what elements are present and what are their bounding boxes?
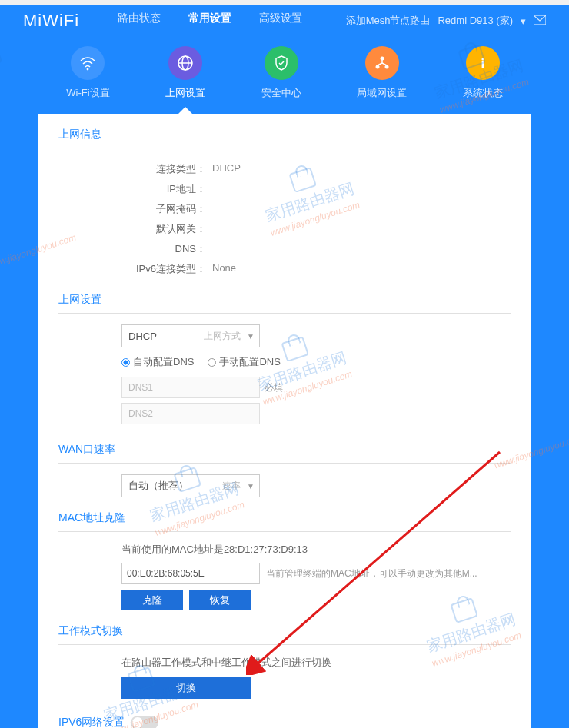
label-dns: DNS： (58, 242, 212, 256)
top-nav: 路由状态 常用设置 高级设置 (118, 12, 302, 30)
section-internet-settings: 上网设置 (58, 293, 511, 314)
section-internet-info: 上网信息 (58, 128, 511, 148)
current-mac-text: 当前使用的MAC地址是28:D1:27:73:D9:13 (121, 543, 511, 557)
info-icon (466, 46, 500, 80)
nav-common-settings[interactable]: 常用设置 (188, 12, 231, 30)
mac-note: 当前管理终端的MAC地址，可以手动更改为其他M... (266, 567, 477, 580)
restore-button[interactable]: 恢复 (189, 590, 251, 610)
nav-add-mesh[interactable]: 添加Mesh节点路由 (346, 14, 431, 28)
radio-auto-dns[interactable]: 自动配置DNS (121, 355, 194, 369)
label-ipv6-type: IPv6连接类型： (58, 262, 212, 276)
svg-point-5 (380, 57, 384, 61)
svg-point-1 (87, 68, 89, 71)
tab-lan[interactable]: 局域网设置 (357, 46, 407, 100)
settings-tabs: Wi-Fi设置 上网设置 安全中心 局域网设置 系统状态 (0, 32, 569, 100)
mail-icon[interactable] (534, 15, 546, 27)
tab-security[interactable]: 安全中心 (261, 46, 301, 100)
label-conn-type: 连接类型： (58, 162, 212, 176)
dropdown-icon[interactable]: ▾ (521, 15, 526, 27)
ipv6-toggle[interactable] (131, 716, 158, 728)
tab-internet[interactable]: 上网设置 (165, 46, 205, 100)
section-ipv6: IPV6网络设置 (58, 716, 511, 728)
tab-system[interactable]: 系统状态 (463, 46, 503, 100)
dns2-input[interactable]: DNS2 (121, 403, 260, 424)
mac-address-input[interactable] (121, 563, 260, 584)
chevron-down-icon: ▼ (247, 332, 255, 341)
svg-point-6 (375, 65, 379, 69)
clone-button[interactable]: 克隆 (121, 590, 183, 610)
radio-manual-dns[interactable]: 手动配置DNS (208, 355, 280, 369)
work-mode-desc: 在路由器工作模式和中继工作模式之间进行切换 (121, 656, 511, 670)
shield-icon (265, 46, 298, 80)
network-icon (365, 46, 399, 80)
svg-rect-9 (481, 61, 484, 68)
wifi-icon (71, 46, 105, 80)
value-ipv6-type: None (212, 262, 236, 276)
section-wan-speed: WAN口速率 (58, 443, 511, 464)
logo: MiWiFi (23, 11, 79, 31)
section-mac-clone: MAC地址克隆 (58, 511, 511, 532)
connection-method-select[interactable]: DHCP 上网方式 ▼ (121, 324, 260, 347)
tab-wifi[interactable]: Wi-Fi设置 (66, 46, 109, 100)
nav-advanced-settings[interactable]: 高级设置 (259, 12, 302, 30)
svg-point-8 (481, 58, 484, 60)
header: MiWiFi 路由状态 常用设置 高级设置 添加Mesh节点路由 Redmi D… (0, 5, 569, 32)
dns1-input[interactable]: DNS1 (121, 377, 260, 398)
device-name[interactable]: Redmi D913 (家) (438, 14, 513, 28)
value-conn-type: DHCP (212, 162, 241, 176)
label-gateway: 默认网关： (58, 222, 212, 236)
dns1-required: 必填 (265, 382, 283, 393)
wan-speed-select[interactable]: 自动（推荐） 速率 ▼ (121, 474, 260, 497)
section-work-mode: 工作模式切换 (58, 624, 511, 645)
label-mask: 子网掩码： (58, 202, 212, 216)
globe-icon (168, 46, 202, 80)
switch-mode-button[interactable]: 切换 (121, 677, 251, 699)
svg-point-7 (384, 65, 388, 69)
settings-panel: 上网信息 连接类型：DHCP IP地址： 子网掩码： 默认网关： DNS： IP… (38, 114, 531, 728)
nav-router-status[interactable]: 路由状态 (118, 12, 161, 30)
label-ip: IP地址： (58, 182, 212, 196)
chevron-down-icon: ▼ (247, 482, 255, 490)
